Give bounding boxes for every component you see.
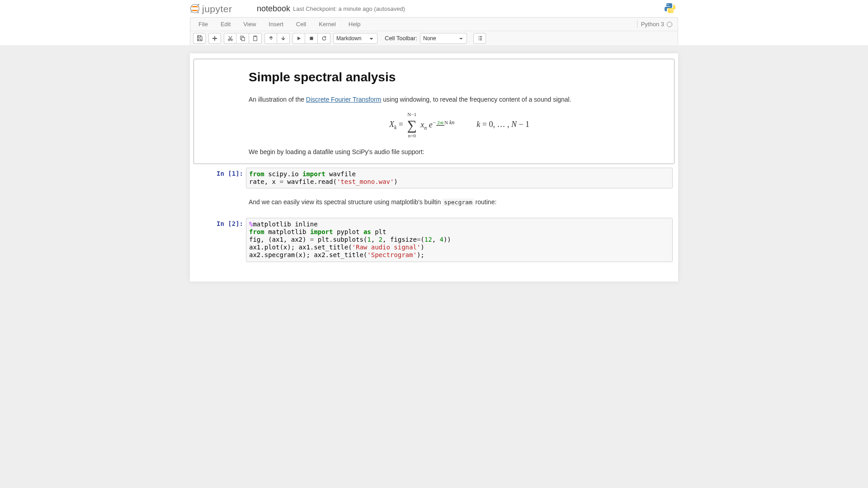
- svg-point-2: [198, 12, 199, 14]
- svg-rect-13: [310, 37, 313, 40]
- input-prompt: In [2]:: [195, 218, 246, 262]
- svg-rect-10: [242, 38, 245, 41]
- cell-markdown-2[interactable]: And we can easily view its spectral stru…: [193, 192, 675, 214]
- cell-toolbar-select[interactable]: None: [420, 33, 467, 44]
- dft-link[interactable]: Discrete Fourier Transform: [306, 96, 381, 103]
- code-input[interactable]: %matplotlib inline from matplotlib impor…: [246, 218, 673, 262]
- menu-help[interactable]: Help: [342, 18, 367, 30]
- command-palette-button[interactable]: [473, 33, 486, 44]
- menu-kernel[interactable]: Kernel: [312, 18, 342, 30]
- menu-view[interactable]: View: [237, 18, 262, 30]
- cell-code-1[interactable]: In [1]: from scipy.io import wavfile rat…: [193, 166, 675, 190]
- paste-button[interactable]: [249, 33, 262, 44]
- cell-output: [246, 262, 673, 264]
- kernel-indicator: Python 3: [637, 21, 676, 28]
- svg-point-1: [198, 4, 199, 5]
- svg-point-3: [190, 12, 191, 13]
- menu-edit[interactable]: Edit: [214, 18, 237, 30]
- svg-rect-11: [254, 36, 257, 41]
- kernel-idle-icon: [667, 22, 672, 27]
- md-paragraph: An illustration of the Discrete Fourier …: [249, 95, 670, 104]
- run-button[interactable]: [292, 33, 305, 44]
- input-prompt: In [1]:: [195, 168, 246, 188]
- menu-insert[interactable]: Insert: [262, 18, 290, 30]
- menu-cell[interactable]: Cell: [290, 18, 312, 30]
- md-paragraph: And we can easily view its spectral stru…: [249, 197, 670, 207]
- svg-point-5: [667, 4, 668, 5]
- toolbar: Markdown Cell Toolbar: None: [190, 31, 678, 45]
- interrupt-button[interactable]: [305, 33, 318, 44]
- notebook-name[interactable]: notebook: [257, 4, 290, 14]
- cut-button[interactable]: [224, 33, 236, 44]
- md-title: Simple spectral analysis: [249, 68, 670, 87]
- code-input[interactable]: from scipy.io import wavfile rate, x = w…: [246, 168, 673, 188]
- restart-button[interactable]: [318, 33, 330, 44]
- kernel-name: Python 3: [641, 21, 664, 28]
- menu-file[interactable]: File: [192, 18, 214, 30]
- cell-code-2[interactable]: In [2]: %matplotlib inline from matplotl…: [193, 216, 675, 266]
- python-logo-icon: [664, 2, 676, 15]
- checkpoint-status: Last Checkpoint: a minute ago (autosaved…: [293, 5, 405, 12]
- jupyter-logo[interactable]: jupyter: [190, 2, 249, 15]
- save-button[interactable]: [193, 33, 206, 44]
- move-down-button[interactable]: [277, 33, 290, 44]
- svg-rect-12: [255, 36, 256, 37]
- cell-toolbar-label: Cell Toolbar:: [385, 35, 417, 42]
- notebook-container: Simple spectral analysis An illustration…: [190, 53, 678, 282]
- svg-point-0: [191, 5, 199, 13]
- move-up-button[interactable]: [264, 33, 277, 44]
- svg-text:jupyter: jupyter: [202, 4, 232, 14]
- add-cell-button[interactable]: [208, 33, 221, 44]
- menubar: File Edit View Insert Cell Kernel Help P…: [190, 18, 678, 31]
- svg-point-6: [671, 11, 672, 12]
- copy-button[interactable]: [236, 33, 249, 44]
- equation: Xk = N−1 ∑ n=0 xn e−2πiN kn k = 0, … , N…: [249, 111, 670, 139]
- cell-markdown-1[interactable]: Simple spectral analysis An illustration…: [193, 59, 675, 164]
- md-paragraph: We begin by loading a datafile using Sci…: [249, 147, 670, 157]
- cell-type-select[interactable]: Markdown: [333, 33, 377, 44]
